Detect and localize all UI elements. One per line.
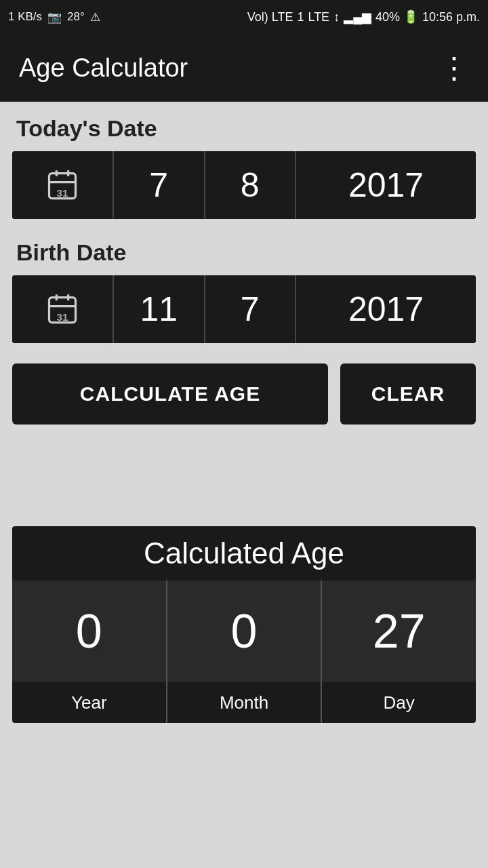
sim-slot: 1 xyxy=(297,10,304,24)
result-header: Calculated Age xyxy=(12,526,476,580)
birth-date-label: Birth Date xyxy=(16,239,476,266)
result-day-value: 27 xyxy=(322,580,476,682)
todays-date-calendar-icon[interactable]: 31 xyxy=(12,151,114,219)
todays-date-day[interactable]: 7 xyxy=(114,151,205,219)
result-year-value: 0 xyxy=(12,580,167,682)
birth-date-calendar-icon[interactable]: 31 xyxy=(12,275,114,343)
calculated-age-label: Calculated Age xyxy=(144,536,344,570)
more-options-icon[interactable]: ⋮ xyxy=(439,53,469,83)
result-month-label: Month xyxy=(167,682,323,723)
calculate-age-button[interactable]: CALCULATE AGE xyxy=(12,363,328,425)
svg-text:31: 31 xyxy=(57,187,68,199)
status-left: 1 KB/s 📷 28° ⚠ xyxy=(8,10,100,24)
network-speed: 1 KB/s xyxy=(8,10,42,24)
screenshot-icon: 📷 xyxy=(47,10,62,24)
calendar-icon: 31 xyxy=(45,167,80,203)
birth-date-row: 31 11 7 2017 xyxy=(12,275,476,343)
todays-date-month[interactable]: 8 xyxy=(205,151,297,219)
data-transfer-icon: ↕ xyxy=(333,10,340,24)
result-day-label: Day xyxy=(322,682,476,723)
todays-date-year[interactable]: 2017 xyxy=(296,151,476,219)
main-content: Today's Date 31 7 8 2017 Birth Date xyxy=(0,102,488,736)
birth-date-month[interactable]: 7 xyxy=(205,275,297,343)
todays-date-row: 31 7 8 2017 xyxy=(12,151,476,219)
app-title: Age Calculator xyxy=(19,54,188,83)
battery: 40% 🔋 xyxy=(375,9,418,24)
time: 10:56 p.m. xyxy=(422,10,480,24)
warning-icon: ⚠ xyxy=(90,10,100,24)
signal-bars: ▂▄▆ xyxy=(344,9,371,24)
clear-button[interactable]: CLEAR xyxy=(340,363,476,425)
action-buttons-row: CALCULATE AGE CLEAR xyxy=(12,363,476,425)
result-labels-row: Year Month Day xyxy=(12,682,476,723)
spacer xyxy=(12,445,476,526)
status-bar: 1 KB/s 📷 28° ⚠ Vol) LTE 1 LTE ↕ ▂▄▆ 40% … xyxy=(0,0,488,34)
status-right: Vol) LTE 1 LTE ↕ ▂▄▆ 40% 🔋 10:56 p.m. xyxy=(247,9,480,24)
temperature: 28° xyxy=(67,10,85,24)
result-values-row: 0 0 27 xyxy=(12,580,476,682)
birth-date-day[interactable]: 11 xyxy=(114,275,205,343)
network-type: Vol) LTE xyxy=(247,10,293,24)
app-bar: Age Calculator ⋮ xyxy=(0,34,488,102)
result-year-label: Year xyxy=(12,682,167,723)
todays-date-label: Today's Date xyxy=(16,115,476,142)
result-month-value: 0 xyxy=(167,580,323,682)
svg-text:31: 31 xyxy=(57,311,68,323)
lte-icon: LTE xyxy=(308,10,329,24)
birth-date-year[interactable]: 2017 xyxy=(296,275,476,343)
calendar-icon-birth: 31 xyxy=(45,292,80,327)
